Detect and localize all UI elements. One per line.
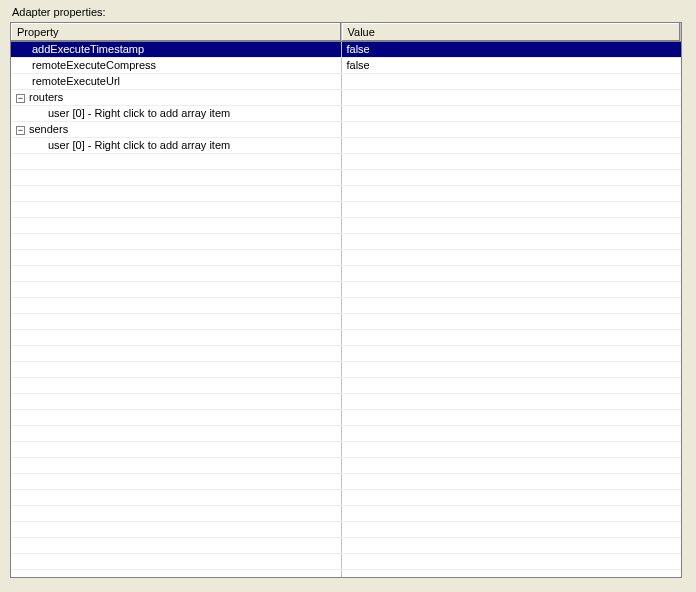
empty-cell [11, 457, 341, 473]
empty-cell [11, 217, 341, 233]
empty-cell [11, 329, 341, 345]
property-grid[interactable]: Property Value addExecuteTimestampfalser… [10, 22, 682, 578]
value-cell[interactable] [341, 121, 681, 137]
empty-cell [341, 537, 681, 553]
empty-row [11, 393, 681, 409]
property-name: user [0] - Right click to add array item [16, 107, 230, 119]
empty-cell [341, 249, 681, 265]
value-cell[interactable] [341, 105, 681, 121]
property-cell[interactable]: remoteExecuteCompress [11, 57, 341, 73]
empty-cell [341, 425, 681, 441]
empty-row [11, 377, 681, 393]
empty-cell [11, 425, 341, 441]
empty-cell [341, 505, 681, 521]
empty-cell [11, 537, 341, 553]
empty-cell [11, 265, 341, 281]
empty-cell [11, 505, 341, 521]
property-cell[interactable]: user [0] - Right click to add array item [11, 137, 341, 153]
property-row[interactable]: user [0] - Right click to add array item [11, 137, 681, 153]
empty-row [11, 233, 681, 249]
collapse-icon[interactable]: − [16, 126, 25, 135]
panel-title: Adapter properties: [12, 6, 686, 18]
empty-cell [11, 169, 341, 185]
value-cell[interactable] [341, 73, 681, 89]
empty-row [11, 329, 681, 345]
property-name: senders [29, 123, 68, 135]
empty-cell [341, 457, 681, 473]
value-cell[interactable] [341, 137, 681, 153]
empty-cell [11, 233, 341, 249]
empty-row [11, 345, 681, 361]
empty-cell [11, 377, 341, 393]
empty-cell [341, 361, 681, 377]
property-cell[interactable]: addExecuteTimestamp [11, 41, 341, 57]
empty-cell [341, 233, 681, 249]
empty-cell [11, 441, 341, 457]
empty-row [11, 457, 681, 473]
empty-cell [341, 313, 681, 329]
empty-row [11, 281, 681, 297]
empty-row [11, 249, 681, 265]
value-cell[interactable]: false [341, 41, 681, 57]
empty-row [11, 297, 681, 313]
empty-cell [341, 329, 681, 345]
empty-cell [341, 201, 681, 217]
empty-row [11, 569, 681, 578]
empty-row [11, 473, 681, 489]
empty-cell [341, 345, 681, 361]
property-cell[interactable]: remoteExecuteUrl [11, 73, 341, 89]
empty-cell [11, 361, 341, 377]
property-row[interactable]: remoteExecuteCompressfalse [11, 57, 681, 73]
empty-cell [341, 569, 681, 578]
empty-row [11, 265, 681, 281]
empty-cell [11, 249, 341, 265]
empty-cell [11, 553, 341, 569]
empty-cell [341, 553, 681, 569]
header-property[interactable]: Property [11, 23, 341, 41]
empty-row [11, 537, 681, 553]
property-row[interactable]: addExecuteTimestampfalse [11, 41, 681, 57]
empty-cell [11, 297, 341, 313]
property-row[interactable]: user [0] - Right click to add array item [11, 105, 681, 121]
empty-row [11, 201, 681, 217]
property-name: remoteExecuteCompress [16, 59, 156, 71]
value-cell[interactable] [341, 89, 681, 105]
empty-cell [341, 521, 681, 537]
empty-cell [341, 489, 681, 505]
header-value[interactable]: Value [341, 23, 681, 41]
property-cell[interactable]: −senders [11, 121, 341, 137]
empty-cell [11, 521, 341, 537]
empty-row [11, 185, 681, 201]
empty-cell [11, 569, 341, 578]
property-cell[interactable]: user [0] - Right click to add array item [11, 105, 341, 121]
empty-row [11, 441, 681, 457]
empty-cell [341, 393, 681, 409]
empty-row [11, 425, 681, 441]
empty-cell [11, 489, 341, 505]
empty-row [11, 313, 681, 329]
adapter-properties-panel: Adapter properties: Property Value addEx… [0, 0, 696, 592]
property-group-row[interactable]: −routers [11, 89, 681, 105]
empty-row [11, 553, 681, 569]
value-cell[interactable]: false [341, 57, 681, 73]
empty-row [11, 505, 681, 521]
empty-row [11, 169, 681, 185]
collapse-icon[interactable]: − [16, 94, 25, 103]
empty-cell [11, 409, 341, 425]
empty-cell [11, 393, 341, 409]
empty-cell [11, 473, 341, 489]
empty-cell [341, 281, 681, 297]
empty-cell [341, 265, 681, 281]
property-cell[interactable]: −routers [11, 89, 341, 105]
property-name: user [0] - Right click to add array item [16, 139, 230, 151]
empty-row [11, 361, 681, 377]
empty-cell [341, 441, 681, 457]
property-row[interactable]: remoteExecuteUrl [11, 73, 681, 89]
empty-cell [341, 297, 681, 313]
property-name: remoteExecuteUrl [16, 75, 120, 87]
property-group-row[interactable]: −senders [11, 121, 681, 137]
property-name: addExecuteTimestamp [16, 43, 144, 55]
empty-cell [341, 473, 681, 489]
empty-cell [341, 377, 681, 393]
empty-cell [11, 281, 341, 297]
